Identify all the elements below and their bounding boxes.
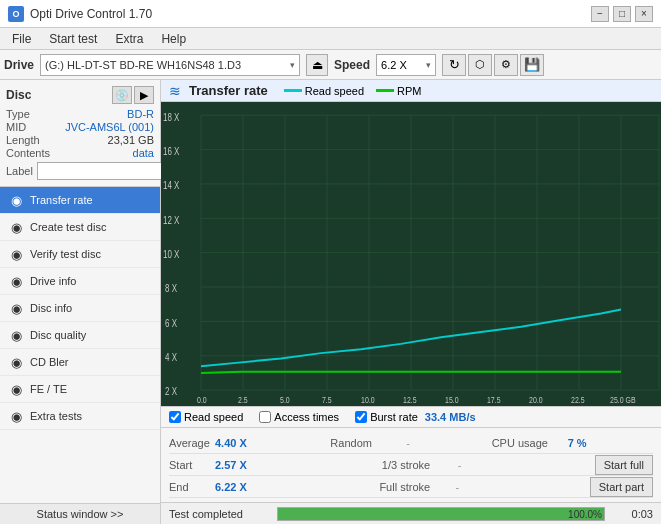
nav-extra-tests[interactable]: ◉ Extra tests [0, 403, 160, 430]
cpu-usage-value: 7 % [568, 437, 587, 449]
random-value: - [406, 437, 426, 449]
disc-label-input[interactable] [37, 162, 170, 180]
disc-icons: 💿 ▶ [112, 86, 154, 104]
nav-verify-test-disc[interactable]: ◉ Verify test disc [0, 241, 160, 268]
nav-drive-info[interactable]: ◉ Drive info [0, 268, 160, 295]
chart-area: 18 X 16 X 14 X 12 X 10 X 8 X 6 X 4 X 2 X… [161, 102, 661, 406]
cpu-usage-label: CPU usage [492, 437, 562, 449]
refresh-button[interactable]: ↻ [442, 54, 466, 76]
disc-type-label: Type [6, 108, 30, 120]
status-window-button[interactable]: Status window >> [0, 503, 160, 524]
legend-read-speed-label: Read speed [305, 85, 364, 97]
status-time: 0:03 [613, 508, 653, 520]
random-label: Random [330, 437, 400, 449]
access-times-checkbox[interactable] [259, 411, 271, 423]
speed-label: Speed [334, 58, 370, 72]
svg-text:2.5: 2.5 [238, 395, 248, 405]
drive-bar: Drive (G:) HL-DT-ST BD-RE WH16NS48 1.D3 … [0, 50, 661, 80]
disc-type-value: BD-R [127, 108, 154, 120]
drive-info-icon: ◉ [8, 273, 24, 289]
save-button[interactable]: 💾 [520, 54, 544, 76]
end-label: End [169, 481, 209, 493]
burst-rate-checkbox-label: Burst rate [370, 411, 418, 423]
maximize-button[interactable]: □ [613, 6, 631, 22]
menu-extra[interactable]: Extra [107, 30, 151, 48]
end-value: 6.22 X [215, 481, 251, 493]
erase-button[interactable]: ⬡ [468, 54, 492, 76]
average-label: Average [169, 437, 209, 449]
speed-value: 6.2 X [381, 59, 407, 71]
info-button[interactable]: ⚙ [494, 54, 518, 76]
disc-icon-1[interactable]: 💿 [112, 86, 132, 104]
menu-file[interactable]: File [4, 30, 39, 48]
svg-text:20.0: 20.0 [529, 395, 543, 405]
nav-fe-te-label: FE / TE [30, 383, 67, 395]
cd-bler-icon: ◉ [8, 354, 24, 370]
burst-rate-checkbox-item: Burst rate 33.4 MB/s [355, 411, 475, 423]
nav-disc-quality[interactable]: ◉ Disc quality [0, 322, 160, 349]
transfer-rate-icon: ◉ [8, 192, 24, 208]
nav-create-test-disc[interactable]: ◉ Create test disc [0, 214, 160, 241]
svg-text:10 X: 10 X [163, 249, 180, 260]
stats-col-3-2: Full stroke - [379, 481, 589, 493]
start-label: Start [169, 459, 209, 471]
nav-cd-bler-label: CD Bler [30, 356, 69, 368]
app-title: Opti Drive Control 1.70 [30, 7, 152, 21]
nav-verify-test-disc-label: Verify test disc [30, 248, 101, 260]
nav-fe-te[interactable]: ◉ FE / TE [0, 376, 160, 403]
stats-col-2-3: Start full [595, 455, 653, 475]
chart-svg: 18 X 16 X 14 X 12 X 10 X 8 X 6 X 4 X 2 X… [161, 102, 661, 406]
stats-col-3-3: Start part [590, 477, 653, 497]
create-test-disc-icon: ◉ [8, 219, 24, 235]
nav-cd-bler[interactable]: ◉ CD Bler [0, 349, 160, 376]
access-times-checkbox-label: Access times [274, 411, 339, 423]
drive-selector[interactable]: (G:) HL-DT-ST BD-RE WH16NS48 1.D3 ▾ [40, 54, 300, 76]
window-controls: − □ × [591, 6, 653, 22]
start-full-button[interactable]: Start full [595, 455, 653, 475]
stats-col-1-2: Random - [330, 437, 491, 449]
menu-help[interactable]: Help [153, 30, 194, 48]
menu-bar: File Start test Extra Help [0, 28, 661, 50]
nav-create-test-disc-label: Create test disc [30, 221, 106, 233]
drive-toolbar-icons: ↻ ⬡ ⚙ 💾 [442, 54, 544, 76]
full-stroke-label: Full stroke [379, 481, 449, 493]
stats-row-3: End 6.22 X Full stroke - Start part [169, 476, 653, 498]
full-stroke-value: - [455, 481, 475, 493]
disc-quality-icon: ◉ [8, 327, 24, 343]
menu-start-test[interactable]: Start test [41, 30, 105, 48]
nav-transfer-rate[interactable]: ◉ Transfer rate [0, 187, 160, 214]
speed-selector[interactable]: 6.2 X ▾ [376, 54, 436, 76]
status-text: Test completed [169, 508, 269, 520]
disc-contents-label: Contents [6, 147, 50, 159]
disc-icon-2[interactable]: ▶ [134, 86, 154, 104]
disc-info-icon: ◉ [8, 300, 24, 316]
onethird-value: - [458, 459, 478, 471]
chart-legend: Read speed RPM [284, 85, 422, 97]
minimize-button[interactable]: − [591, 6, 609, 22]
svg-text:2 X: 2 X [165, 386, 178, 397]
extra-tests-icon: ◉ [8, 408, 24, 424]
svg-text:5.0: 5.0 [280, 395, 290, 405]
nav-section: ◉ Transfer rate ◉ Create test disc ◉ Ver… [0, 187, 160, 503]
progress-bar-fill [278, 508, 604, 520]
drive-value: (G:) HL-DT-ST BD-RE WH16NS48 1.D3 [45, 59, 241, 71]
svg-text:15.0: 15.0 [445, 395, 459, 405]
legend-rpm-label: RPM [397, 85, 421, 97]
eject-button[interactable]: ⏏ [306, 54, 328, 76]
stats-col-1-1: Average 4.40 X [169, 437, 330, 449]
stats-col-2-1: Start 2.57 X [169, 459, 382, 471]
disc-type-row: Type BD-R [6, 108, 154, 120]
nav-disc-quality-label: Disc quality [30, 329, 86, 341]
stats-row-2: Start 2.57 X 1/3 stroke - Start full [169, 454, 653, 476]
close-button[interactable]: × [635, 6, 653, 22]
disc-title: Disc [6, 88, 31, 102]
disc-mid-row: MID JVC-AMS6L (001) [6, 121, 154, 133]
nav-disc-info[interactable]: ◉ Disc info [0, 295, 160, 322]
chart-icon: ≋ [169, 83, 181, 99]
verify-test-disc-icon: ◉ [8, 246, 24, 262]
burst-rate-checkbox[interactable] [355, 411, 367, 423]
read-speed-checkbox[interactable] [169, 411, 181, 423]
svg-text:6 X: 6 X [165, 318, 178, 329]
start-part-button[interactable]: Start part [590, 477, 653, 497]
nav-transfer-rate-label: Transfer rate [30, 194, 93, 206]
